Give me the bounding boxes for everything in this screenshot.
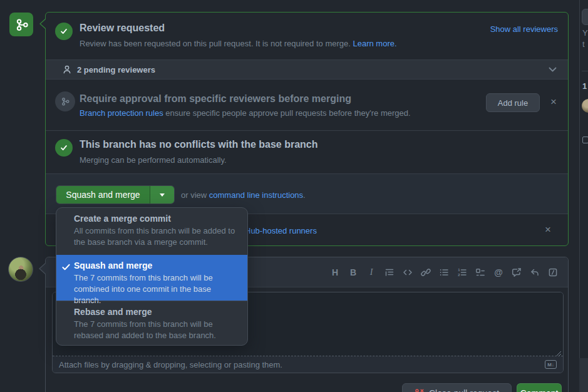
- branch-protection-rules-link[interactable]: Branch protection rules: [80, 108, 163, 118]
- attach-files-bar[interactable]: Attach files by dragging & dropping, sel…: [53, 356, 563, 373]
- mention-icon[interactable]: @: [493, 267, 503, 277]
- dismiss-protection-icon[interactable]: ×: [550, 97, 557, 107]
- pull-request-page: Review requested Review has been request…: [0, 0, 588, 392]
- sidebar-button-fragment[interactable]: [582, 9, 588, 25]
- branch-protection-icon: [55, 91, 75, 111]
- sidebar-count-fragment: 1: [582, 81, 587, 91]
- review-requested-section: Review requested Review has been request…: [46, 13, 568, 59]
- unordered-list-icon[interactable]: [439, 267, 449, 277]
- branch-protection-section: Require approval from specific reviewers…: [46, 80, 568, 130]
- person-icon: [62, 64, 72, 75]
- review-requested-title: Review requested: [80, 23, 165, 34]
- no-conflicts-section: This branch has no conflicts with the ba…: [46, 130, 568, 173]
- italic-icon[interactable]: I: [366, 267, 376, 277]
- squash-and-merge-button[interactable]: Squash and merge: [56, 186, 150, 204]
- review-requested-subtitle: Review has been requested on this pull r…: [80, 39, 397, 48]
- user-avatar: [8, 257, 33, 282]
- sidebar-avatar-fragment[interactable]: [582, 99, 588, 113]
- cli-instructions-line: or view command line instructions.: [181, 190, 306, 200]
- sidebar-icon-fragment: [582, 137, 588, 143]
- merge-method-dropdown: Create a merge commit All commits from t…: [56, 207, 248, 346]
- sidebar-divider: [579, 0, 580, 358]
- no-conflicts-title: This branch has no conflicts with the ba…: [80, 139, 318, 150]
- pending-reviewers-label: 2 pending reviewers: [77, 65, 155, 75]
- show-all-reviewers-link[interactable]: Show all reviewers: [490, 24, 558, 34]
- task-list-icon[interactable]: [475, 267, 485, 277]
- caret-down-icon: [160, 193, 165, 197]
- cross-reference-icon[interactable]: [512, 267, 522, 277]
- slash-command-icon[interactable]: [548, 267, 558, 277]
- heading-icon[interactable]: H: [330, 267, 340, 277]
- code-icon[interactable]: [403, 267, 413, 277]
- no-conflicts-subtitle: Merging can be performed automatically.: [80, 155, 227, 165]
- bold-icon[interactable]: B: [348, 267, 358, 277]
- hosted-runners-link[interactable]: Hub-hosted runners: [245, 226, 317, 235]
- sidebar-text-fragment: Y: [582, 28, 588, 38]
- merge-options-dropdown-button[interactable]: [150, 186, 174, 204]
- close-pull-request-button[interactable]: Close pull request: [402, 383, 512, 392]
- ordered-list-icon[interactable]: 12: [457, 267, 467, 277]
- quote-icon[interactable]: [384, 267, 395, 277]
- check-circle-icon: [55, 23, 73, 40]
- git-branch-icon: [14, 18, 28, 31]
- comment-button[interactable]: Comment: [517, 383, 562, 392]
- sidebar-text-fragment: t: [582, 39, 585, 49]
- pending-reviewers-row[interactable]: 2 pending reviewers: [46, 59, 568, 80]
- chevron-down-icon[interactable]: [549, 67, 557, 73]
- protection-subtitle: Branch protection rules ensure specific …: [80, 108, 411, 118]
- markdown-icon: M↓: [545, 360, 557, 369]
- link-icon[interactable]: [421, 267, 431, 277]
- svg-text:2: 2: [458, 273, 460, 277]
- menu-item-squash-and-merge[interactable]: Squash and merge The 7 commits from this…: [56, 255, 247, 301]
- menu-item-rebase-and-merge[interactable]: Rebase and merge The 7 commits from this…: [56, 301, 247, 346]
- sidebar-section-divider: [582, 71, 588, 71]
- composer-actions: Close pull request Comment: [402, 383, 562, 392]
- svg-text:1: 1: [458, 268, 460, 272]
- learn-more-link[interactable]: Learn more.: [353, 39, 396, 48]
- protection-title: Require approval from specific reviewers…: [80, 93, 351, 105]
- sidebar-panel-fragment: [579, 358, 588, 392]
- resize-grip[interactable]: [555, 350, 562, 356]
- merge-button-group: Squash and merge: [56, 185, 175, 204]
- check-circle-icon: [55, 139, 73, 157]
- reply-icon[interactable]: [530, 267, 540, 277]
- add-rule-button[interactable]: Add rule: [486, 93, 540, 112]
- command-line-instructions-link[interactable]: command line instructions: [209, 190, 303, 200]
- pull-request-closed-icon: [415, 388, 425, 392]
- check-icon: [61, 262, 71, 272]
- timeline-merge-icon: [9, 13, 33, 36]
- menu-item-create-merge-commit[interactable]: Create a merge commit All commits from t…: [56, 208, 247, 255]
- dismiss-notice-icon[interactable]: ×: [545, 225, 551, 235]
